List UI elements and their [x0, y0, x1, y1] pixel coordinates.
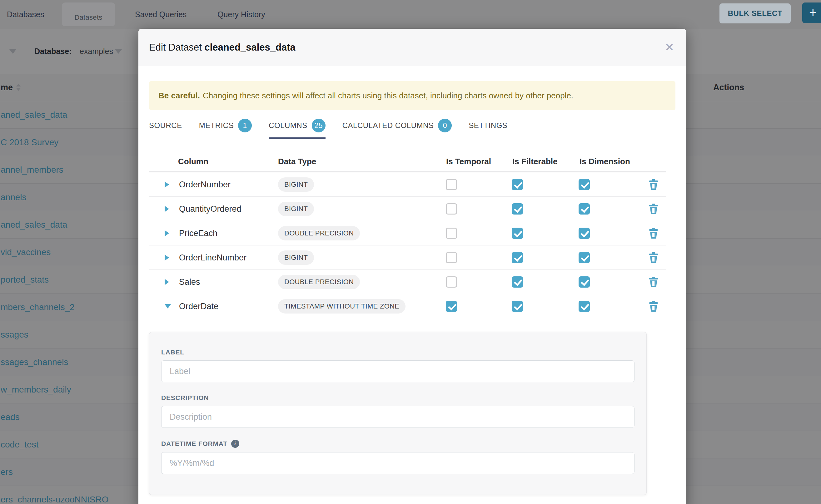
- is-temporal-checkbox[interactable]: [446, 301, 457, 312]
- nav-item-saved-queries[interactable]: Saved Queries: [135, 0, 186, 29]
- column-row: OrderNumberBIGINT: [149, 172, 666, 197]
- expand-caret-icon[interactable]: [165, 230, 169, 236]
- database-chevron-down-icon[interactable]: [115, 49, 122, 54]
- dataset-link[interactable]: ers_channels-uzooNNtSRO: [1, 486, 109, 504]
- actions-column-header: Actions: [713, 74, 744, 101]
- is-dimension-checkbox[interactable]: [579, 203, 590, 215]
- is-filterable-checkbox[interactable]: [512, 203, 523, 215]
- header-is-dimension: Is Dimension: [580, 157, 630, 166]
- delete-column-icon[interactable]: [649, 277, 658, 287]
- dataset-link[interactable]: w_members_daily: [1, 376, 71, 403]
- dataset-link[interactable]: aned_sales_data: [1, 211, 67, 239]
- header-is-filterable: Is Filterable: [512, 157, 558, 166]
- tab-metrics[interactable]: METRICS 1: [199, 119, 252, 139]
- is-filterable-checkbox[interactable]: [512, 179, 523, 190]
- data-type-pill: TIMESTAMP WITHOUT TIME ZONE: [278, 299, 405, 314]
- is-temporal-checkbox[interactable]: [446, 203, 457, 215]
- is-temporal-checkbox[interactable]: [446, 252, 457, 263]
- delete-column-icon[interactable]: [649, 252, 658, 263]
- collapse-caret-icon[interactable]: [165, 304, 171, 309]
- dataset-link[interactable]: ssages_channels: [1, 348, 68, 376]
- tab-settings[interactable]: SETTINGS: [469, 119, 507, 139]
- columns-table-header: Column Data Type Is Temporal Is Filterab…: [149, 139, 666, 172]
- is-dimension-checkbox[interactable]: [579, 252, 590, 263]
- expand-caret-icon[interactable]: [165, 206, 169, 212]
- dataset-link[interactable]: annel_members: [1, 156, 63, 184]
- delete-column-icon[interactable]: [649, 228, 658, 239]
- columns-table: Column Data Type Is Temporal Is Filterab…: [149, 139, 666, 319]
- column-row: QuantityOrderedBIGINT: [149, 197, 666, 221]
- data-type-pill: DOUBLE PRECISION: [278, 226, 360, 240]
- add-dataset-button[interactable]: +: [802, 2, 821, 23]
- dataset-link[interactable]: aned_sales_data: [1, 101, 67, 129]
- dataset-link[interactable]: vid_vaccines: [1, 239, 51, 266]
- is-filterable-checkbox[interactable]: [512, 276, 523, 288]
- close-icon[interactable]: ✕: [665, 29, 674, 66]
- is-temporal-checkbox[interactable]: [446, 276, 457, 288]
- column-name: OrderNumber: [179, 180, 230, 189]
- bulk-select-button[interactable]: BULK SELECT: [720, 3, 791, 23]
- is-dimension-checkbox[interactable]: [579, 228, 590, 239]
- is-filterable-checkbox[interactable]: [512, 252, 523, 263]
- description-field-label: DESCRIPTION: [161, 394, 635, 402]
- header-data-type: Data Type: [278, 157, 316, 166]
- delete-column-icon[interactable]: [649, 301, 658, 312]
- is-filterable-checkbox[interactable]: [512, 301, 523, 312]
- is-filterable-checkbox[interactable]: [512, 228, 523, 239]
- is-dimension-checkbox[interactable]: [579, 276, 590, 288]
- delete-column-icon[interactable]: [649, 179, 658, 190]
- metrics-count-badge: 1: [238, 119, 252, 132]
- column-detail-panel: LABEL DESCRIPTION DATETIME FORMAT i: [149, 332, 647, 495]
- dataset-link[interactable]: eads: [1, 403, 20, 431]
- datetime-format-input[interactable]: [161, 452, 635, 474]
- expand-caret-icon[interactable]: [165, 279, 169, 285]
- database-filter-value[interactable]: examples: [80, 29, 113, 74]
- label-input[interactable]: [161, 360, 635, 382]
- tab-columns[interactable]: COLUMNS 25: [269, 119, 325, 139]
- dataset-link[interactable]: mbers_channels_2: [1, 294, 75, 321]
- nav-item-databases[interactable]: Databases: [7, 0, 44, 29]
- is-dimension-checkbox[interactable]: [579, 179, 590, 190]
- tab-calculated-columns[interactable]: CALCULATED COLUMNS 0: [342, 119, 452, 139]
- data-type-pill: DOUBLE PRECISION: [278, 275, 360, 289]
- expand-caret-icon[interactable]: [165, 254, 169, 261]
- modal-title: Edit Dataset cleaned_sales_data: [149, 42, 295, 53]
- columns-count-badge: 25: [312, 119, 325, 132]
- name-column-header: me: [1, 74, 13, 101]
- sort-icon[interactable]: [16, 84, 21, 91]
- label-field-label: LABEL: [161, 348, 635, 356]
- nav-item-query-history[interactable]: Query History: [217, 0, 265, 29]
- delete-column-icon[interactable]: [649, 204, 658, 214]
- description-input[interactable]: [161, 406, 635, 428]
- column-name: OrderLineNumber: [179, 253, 246, 262]
- is-dimension-checkbox[interactable]: [579, 301, 590, 312]
- warning-bold: Be careful.: [158, 91, 200, 101]
- dataset-link[interactable]: ers: [1, 458, 13, 486]
- dataset-link[interactable]: C 2018 Survey: [1, 129, 58, 156]
- warning-text: Changing these settings will affect all …: [203, 91, 573, 101]
- filter-chevron-down-icon[interactable]: [9, 49, 16, 54]
- dataset-link[interactable]: ssages: [1, 321, 28, 348]
- dataset-link[interactable]: ported_stats: [1, 266, 49, 294]
- expand-caret-icon[interactable]: [165, 181, 169, 188]
- column-name: QuantityOrdered: [179, 204, 241, 214]
- dataset-link[interactable]: annels: [1, 184, 27, 211]
- header-is-temporal: Is Temporal: [446, 157, 491, 166]
- edit-dataset-modal: Edit Dataset cleaned_sales_data ✕ Be car…: [138, 29, 686, 504]
- database-filter-label: Database:: [34, 29, 72, 74]
- is-temporal-checkbox[interactable]: [446, 179, 457, 190]
- column-row: PriceEachDOUBLE PRECISION: [149, 221, 666, 245]
- is-temporal-checkbox[interactable]: [446, 228, 457, 239]
- modal-title-prefix: Edit Dataset: [149, 42, 202, 53]
- info-icon[interactable]: i: [231, 440, 239, 448]
- dataset-link[interactable]: code_test: [1, 431, 38, 458]
- tab-source[interactable]: SOURCE: [149, 119, 182, 139]
- data-type-pill: BIGINT: [278, 250, 314, 265]
- column-name: PriceEach: [179, 228, 217, 238]
- column-row: OrderDateTIMESTAMP WITHOUT TIME ZONE: [149, 294, 666, 319]
- header-column: Column: [178, 157, 208, 166]
- nav-item-datasets-active[interactable]: Datasets: [62, 2, 115, 26]
- columns-table-rows: OrderNumberBIGINTQuantityOrderedBIGINTPr…: [149, 172, 666, 319]
- warning-banner: Be careful. Changing these settings will…: [149, 81, 675, 110]
- datetime-format-field-label: DATETIME FORMAT i: [161, 440, 635, 448]
